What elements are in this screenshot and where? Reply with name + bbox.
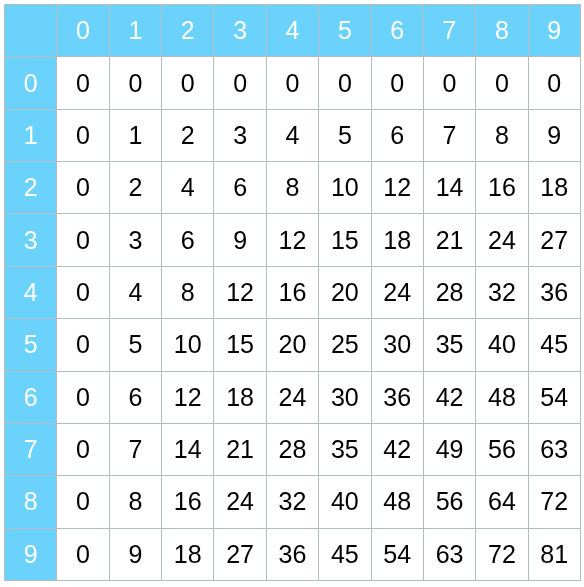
table-cell: 32 [266,476,318,528]
table-cell: 0 [57,162,109,214]
table-cell: 10 [162,319,214,371]
col-header: 2 [162,5,214,57]
table-cell: 27 [528,214,580,266]
table-cell: 0 [109,57,161,109]
table-cell: 15 [214,319,266,371]
col-header: 4 [266,5,318,57]
table-cell: 7 [423,109,475,161]
table-cell: 2 [162,109,214,161]
table-cell: 10 [319,162,371,214]
multiplication-table-container: 0 1 2 3 4 5 6 7 8 9 00000000000101234567… [0,0,584,585]
table-cell: 21 [423,214,475,266]
table-cell: 18 [162,528,214,580]
table-cell: 6 [371,109,423,161]
table-cell: 12 [266,214,318,266]
table-cell: 45 [528,319,580,371]
table-cell: 9 [528,109,580,161]
table-cell: 14 [162,423,214,475]
table-row: 9091827364554637281 [5,528,581,580]
table-cell: 16 [162,476,214,528]
table-cell: 24 [214,476,266,528]
table-cell: 40 [476,319,528,371]
table-cell: 9 [109,528,161,580]
table-cell: 18 [214,371,266,423]
table-cell: 1 [109,109,161,161]
table-row: 404812162024283236 [5,266,581,318]
table-cell: 6 [109,371,161,423]
table-cell: 3 [214,109,266,161]
table-cell: 0 [162,57,214,109]
table-cell: 42 [423,371,475,423]
table-cell: 0 [57,266,109,318]
table-cell: 64 [476,476,528,528]
table-cell: 0 [57,109,109,161]
table-cell: 5 [319,109,371,161]
col-header: 9 [528,5,580,57]
row-header: 7 [5,423,57,475]
table-cell: 4 [162,162,214,214]
table-cell: 14 [423,162,475,214]
table-cell: 81 [528,528,580,580]
table-cell: 0 [214,57,266,109]
table-cell: 72 [476,528,528,580]
table-cell: 48 [371,476,423,528]
row-header: 6 [5,371,57,423]
table-cell: 6 [162,214,214,266]
table-cell: 0 [57,423,109,475]
table-cell: 20 [319,266,371,318]
table-cell: 4 [266,109,318,161]
table-cell: 8 [476,109,528,161]
table-cell: 8 [266,162,318,214]
table-cell: 5 [109,319,161,371]
table-cell: 0 [266,57,318,109]
table-cell: 3 [109,214,161,266]
row-header: 2 [5,162,57,214]
row-header: 5 [5,319,57,371]
table-cell: 28 [423,266,475,318]
table-cell: 6 [214,162,266,214]
table-cell: 15 [319,214,371,266]
table-cell: 24 [476,214,528,266]
column-header-row: 0 1 2 3 4 5 6 7 8 9 [5,5,581,57]
row-header: 8 [5,476,57,528]
row-header: 1 [5,109,57,161]
table-cell: 35 [319,423,371,475]
table-cell: 0 [57,319,109,371]
table-row: 7071421283542495663 [5,423,581,475]
corner-cell [5,5,57,57]
table-cell: 0 [319,57,371,109]
col-header: 1 [109,5,161,57]
row-header: 0 [5,57,57,109]
table-cell: 63 [528,423,580,475]
table-cell: 18 [371,214,423,266]
table-cell: 36 [371,371,423,423]
multiplication-table: 0 1 2 3 4 5 6 7 8 9 00000000000101234567… [4,4,581,581]
table-cell: 0 [57,214,109,266]
table-row: 6061218243036424854 [5,371,581,423]
table-cell: 63 [423,528,475,580]
table-cell: 0 [57,57,109,109]
table-cell: 0 [57,476,109,528]
table-cell: 54 [528,371,580,423]
table-cell: 56 [423,476,475,528]
col-header: 3 [214,5,266,57]
table-cell: 0 [57,528,109,580]
table-cell: 24 [266,371,318,423]
table-cell: 48 [476,371,528,423]
table-cell: 42 [371,423,423,475]
table-cell: 35 [423,319,475,371]
table-cell: 28 [266,423,318,475]
table-cell: 21 [214,423,266,475]
col-header: 5 [319,5,371,57]
row-header: 9 [5,528,57,580]
col-header: 0 [57,5,109,57]
table-cell: 12 [214,266,266,318]
table-cell: 0 [423,57,475,109]
table-cell: 40 [319,476,371,528]
col-header: 8 [476,5,528,57]
table-cell: 25 [319,319,371,371]
table-body: 0000000000010123456789202468101214161830… [5,57,581,581]
table-row: 2024681012141618 [5,162,581,214]
table-cell: 2 [109,162,161,214]
table-cell: 0 [528,57,580,109]
